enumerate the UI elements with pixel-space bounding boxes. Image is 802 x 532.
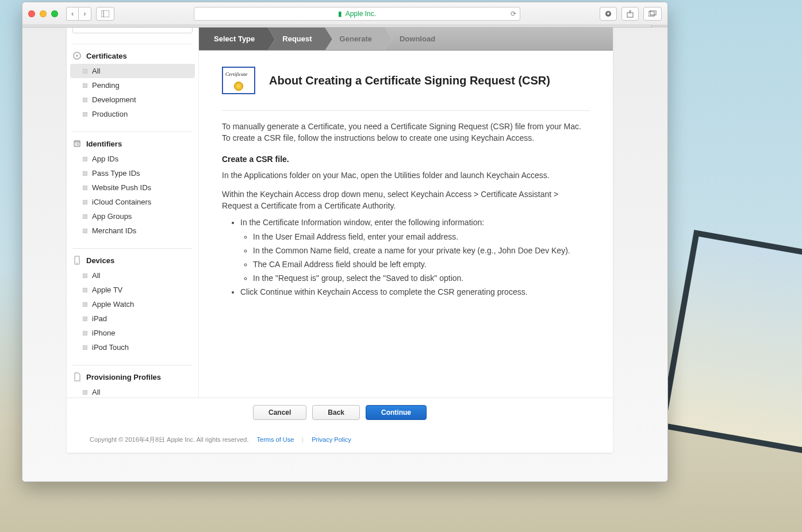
sidebar-item-label: All xyxy=(92,388,100,396)
sidebar-item-certificates-development[interactable]: Development xyxy=(67,92,198,107)
certificate-icon xyxy=(222,67,255,94)
sidebar-toggle-button[interactable] xyxy=(96,7,114,21)
sidebar-item-certificates-production[interactable]: Production xyxy=(67,107,198,121)
sidebar-item-label: Apple Watch xyxy=(92,300,134,309)
platform-selector[interactable] xyxy=(72,28,193,33)
tabs-icon xyxy=(648,10,657,17)
sidebar-heading-label: Devices xyxy=(86,256,114,265)
bullet-icon xyxy=(83,186,87,190)
breadcrumb-label: Select Type xyxy=(214,34,255,43)
page-footer: Copyright © 2016年4月8日 Apple Inc. All rig… xyxy=(67,426,613,453)
bullet-icon xyxy=(83,302,87,307)
sidebar-heading-identifiers: ID Identifiers xyxy=(67,138,198,152)
svg-rect-4 xyxy=(648,11,654,16)
identifiers-icon: ID xyxy=(72,139,82,148)
article-section-heading: Create a CSR file. xyxy=(222,154,590,165)
article-p2: Within the Keychain Access drop down men… xyxy=(222,189,590,211)
sidebar-item-apple-tv[interactable]: Apple TV xyxy=(67,283,198,297)
bullet-icon xyxy=(83,214,87,219)
article-intro: To manually generate a Certificate, you … xyxy=(222,121,590,144)
sidebar-item-label: App IDs xyxy=(92,155,118,163)
bullet-icon xyxy=(83,157,87,161)
bullet-icon xyxy=(83,331,87,336)
titlebar: ‹ › ▮ Apple Inc. ⟳ xyxy=(22,2,667,25)
article-sublist: In the User Email Address field, enter y… xyxy=(253,231,590,284)
address-host: Apple Inc. xyxy=(346,10,376,18)
breadcrumb-label: Generate xyxy=(340,34,372,43)
back-button[interactable]: ‹ xyxy=(66,7,78,21)
download-icon xyxy=(605,10,612,17)
zoom-window-button[interactable] xyxy=(51,10,58,17)
sidebar-divider xyxy=(72,44,193,44)
certificates-icon xyxy=(72,51,82,60)
sidebar-item-label: iPad xyxy=(92,314,107,323)
bullet-icon xyxy=(83,390,87,395)
sidebar-item-icloud-containers[interactable]: iCloud Containers xyxy=(67,195,198,209)
breadcrumb-step-request[interactable]: Request xyxy=(267,28,324,50)
copyright: Copyright © 2016年4月8日 Apple Inc. All rig… xyxy=(90,435,249,444)
breadcrumb-step-select-type[interactable]: Select Type xyxy=(199,28,267,50)
sidebar: Certificates All Pending Development Pro… xyxy=(67,28,199,453)
sidebar-item-label: Merchant IDs xyxy=(92,226,136,235)
sidebar-item-app-ids[interactable]: App IDs xyxy=(67,152,198,166)
sidebar-item-label: iCloud Containers xyxy=(92,198,151,206)
content-card: Certificates All Pending Development Pro… xyxy=(67,28,613,453)
sidebar-item-certificates-all[interactable]: All xyxy=(70,64,195,78)
close-window-button[interactable] xyxy=(28,10,35,17)
sidebar-item-devices-all[interactable]: All xyxy=(67,268,198,283)
bullet-icon xyxy=(83,273,87,278)
article: About Creating a Certificate Signing Req… xyxy=(199,51,613,316)
svg-point-11 xyxy=(76,263,78,264)
sidebar-item-label: Pending xyxy=(92,81,120,90)
sidebar-item-label: Pass Type IDs xyxy=(92,169,140,178)
back-button[interactable]: Back xyxy=(312,405,360,420)
svg-point-7 xyxy=(76,55,78,57)
downloads-button[interactable] xyxy=(600,7,617,21)
window-controls xyxy=(28,10,58,17)
main: Select Type Request Generate Download Ab… xyxy=(199,28,613,453)
sidebar-item-iphone[interactable]: iPhone xyxy=(67,326,198,340)
minimize-window-button[interactable] xyxy=(40,10,47,17)
sidebar-item-certificates-pending[interactable]: Pending xyxy=(67,78,198,92)
bullet-icon xyxy=(83,98,87,102)
sidebar-item-website-push-ids[interactable]: Website Push IDs xyxy=(67,180,198,195)
privacy-link[interactable]: Privacy Policy xyxy=(312,436,351,443)
sidebar-item-ipod-touch[interactable]: iPod Touch xyxy=(67,340,198,354)
footer-separator: | xyxy=(302,436,304,443)
toolbar-right xyxy=(600,7,662,21)
list-item: In the Certificate Information window, e… xyxy=(240,217,590,284)
sidebar-item-label: iPhone xyxy=(92,329,115,337)
sidebar-heading-label: Provisioning Profiles xyxy=(86,373,161,381)
sidebar-item-ipad[interactable]: iPad xyxy=(67,311,198,326)
breadcrumb-step-download: Download xyxy=(385,28,448,50)
breadcrumb-step-generate: Generate xyxy=(325,28,385,50)
cancel-button[interactable]: Cancel xyxy=(253,405,306,420)
terms-link[interactable]: Terms of Use xyxy=(257,436,294,443)
sidebar-item-label: All xyxy=(92,67,100,75)
sidebar-heading-label: Certificates xyxy=(86,52,127,60)
reload-icon[interactable]: ⟳ xyxy=(511,10,516,18)
safari-window: ‹ › ▮ Apple Inc. ⟳ + xyxy=(22,2,668,482)
bullet-icon xyxy=(83,345,87,350)
article-title: About Creating a Certificate Signing Req… xyxy=(269,74,550,87)
continue-button[interactable]: Continue xyxy=(366,405,427,420)
share-icon xyxy=(627,10,634,18)
tabs-button[interactable] xyxy=(643,7,662,21)
list-item-text: In the Certificate Information window, e… xyxy=(240,218,484,227)
bullet-icon xyxy=(83,200,87,205)
sidebar-divider xyxy=(72,132,193,132)
address-bar[interactable]: ▮ Apple Inc. ⟳ xyxy=(194,7,520,21)
sidebar-item-pass-type-ids[interactable]: Pass Type IDs xyxy=(67,166,198,180)
forward-button[interactable]: › xyxy=(78,7,91,21)
bullet-icon xyxy=(83,317,87,321)
share-button[interactable] xyxy=(621,7,639,21)
svg-text:ID: ID xyxy=(75,141,80,147)
bullet-icon xyxy=(83,69,87,74)
desktop-photo-frame xyxy=(659,230,802,454)
sidebar-divider xyxy=(72,248,193,249)
sidebar-item-merchant-ids[interactable]: Merchant IDs xyxy=(67,223,198,238)
sidebar-item-app-groups[interactable]: App Groups xyxy=(67,209,198,223)
sidebar-item-apple-watch[interactable]: Apple Watch xyxy=(67,297,198,311)
sidebar-item-label: Apple TV xyxy=(92,286,122,294)
sidebar-heading-profiles: Provisioning Profiles xyxy=(67,371,198,385)
